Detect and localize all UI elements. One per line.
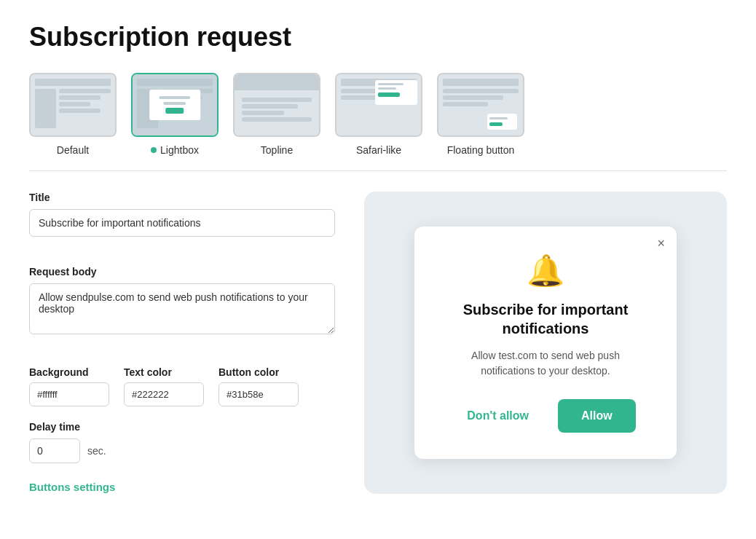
- body-field-group: Request body: [29, 266, 335, 352]
- text-color-input[interactable]: [124, 382, 204, 406]
- buttons-settings-link[interactable]: Buttons settings: [29, 481, 115, 493]
- style-thumbnail-floating: [437, 73, 524, 137]
- form-section: Title Request body Background Text color…: [29, 192, 727, 494]
- style-label-floating: Floating button: [447, 144, 515, 156]
- style-thumbnail-topline: [233, 73, 320, 137]
- style-label-safari: Safari-like: [356, 144, 401, 156]
- title-input[interactable]: [29, 209, 335, 237]
- button-color-label: Button color: [218, 366, 299, 378]
- delay-input[interactable]: [29, 438, 80, 463]
- title-label: Title: [29, 192, 335, 203]
- style-label-default: Default: [57, 144, 89, 156]
- text-color-field-group: Text color: [124, 366, 204, 406]
- style-item-default[interactable]: Default: [29, 73, 117, 156]
- dialog-actions: Don't allow Allow: [444, 399, 647, 433]
- style-thumbnail-lightbox: [131, 73, 218, 137]
- body-textarea[interactable]: [29, 283, 335, 334]
- dialog-title: Subscribe for important notifications: [444, 300, 647, 338]
- style-item-floating[interactable]: Floating button: [437, 73, 524, 156]
- background-label: Background: [29, 366, 109, 378]
- style-thumbnail-default: [29, 73, 117, 137]
- lightbox-dialog: × 🔔 Subscribe for important notification…: [414, 227, 677, 459]
- dialog-body: Allow test.com to send web push notifica…: [444, 348, 647, 379]
- delay-row: sec.: [29, 438, 335, 463]
- style-thumbnail-safari: [335, 73, 422, 137]
- color-row: Background Text color Button color: [29, 366, 335, 406]
- preview-panel: × 🔔 Subscribe for important notification…: [364, 192, 727, 494]
- dont-allow-button[interactable]: Don't allow: [455, 402, 540, 430]
- background-input[interactable]: [29, 382, 109, 406]
- delay-field-group: Delay time sec.: [29, 421, 335, 463]
- style-selector: Default: [29, 73, 727, 171]
- style-item-topline[interactable]: Topline: [233, 73, 320, 156]
- form-left: Title Request body Background Text color…: [29, 192, 335, 494]
- delay-unit: sec.: [87, 445, 106, 457]
- bell-icon: 🔔: [444, 253, 647, 288]
- allow-button[interactable]: Allow: [558, 399, 636, 433]
- body-label: Request body: [29, 266, 335, 278]
- style-label-lightbox: Lightbox: [151, 144, 199, 156]
- style-label-topline: Topline: [261, 144, 293, 156]
- dialog-close-button[interactable]: ×: [657, 237, 665, 250]
- style-item-safari[interactable]: Safari-like: [335, 73, 422, 156]
- style-item-lightbox[interactable]: Lightbox: [131, 73, 218, 156]
- text-color-label: Text color: [124, 366, 204, 378]
- title-field-group: Title: [29, 192, 335, 251]
- background-field-group: Background: [29, 366, 109, 406]
- page-title: Subscription request: [29, 22, 727, 52]
- delay-label: Delay time: [29, 421, 335, 433]
- button-color-field-group: Button color: [218, 366, 299, 406]
- button-color-input[interactable]: [218, 382, 299, 406]
- active-indicator: [151, 147, 157, 153]
